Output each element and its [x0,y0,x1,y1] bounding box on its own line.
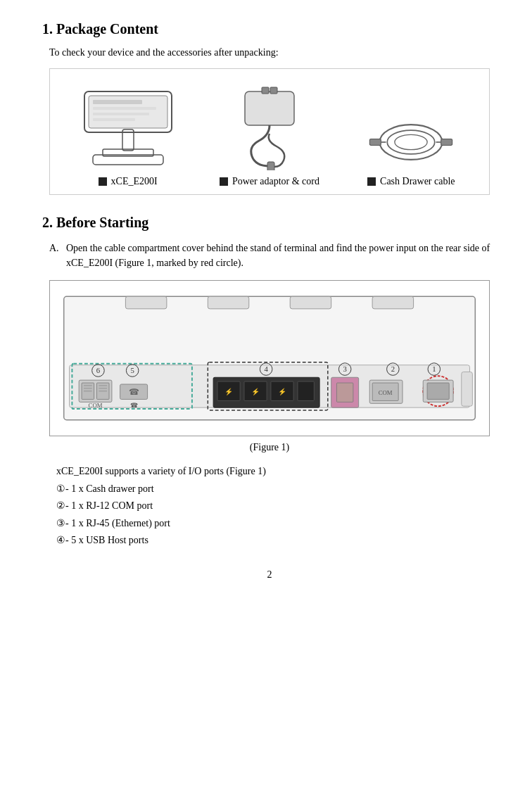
para-a: A. Open the cable compartment cover behi… [49,241,497,270]
svg-rect-10 [262,87,269,94]
svg-text:4: 4 [264,365,268,373]
figure-box: 6 5 4 3 2 1 [49,280,490,436]
svg-rect-24 [372,296,413,309]
cable-label: Cash Drawer cable [367,176,455,187]
svg-text:6: 6 [96,366,101,374]
cable-image [341,86,481,170]
section1-title: 1. Package Content [42,21,497,37]
package-item-terminal: xCE_E200I [58,86,198,187]
cable-bullet [367,177,376,186]
svg-rect-17 [441,139,452,146]
io-item-3: ③- 1 x RJ-45 (Ethernet) port [56,515,497,533]
io-item-4: ④- 5 x USB Host ports [56,532,497,550]
svg-rect-69 [462,372,473,406]
svg-rect-22 [208,296,248,309]
svg-rect-16 [370,139,381,146]
section2-title: 2. Before Starting [42,215,497,231]
svg-text:1: 1 [432,365,436,373]
package-item-cable: Cash Drawer cable [341,86,481,187]
svg-point-15 [395,134,427,149]
svg-text:⚡: ⚡ [251,387,260,396]
io-item-1: ①- 1 x Cash drawer port [56,481,497,498]
terminal-bullet [99,177,107,186]
io-title: xCE_E200I supports a variety of I/O port… [56,463,497,481]
svg-text:⚡: ⚡ [278,387,287,396]
section1-intro: To check your device and the accessories… [49,47,497,58]
power-bullet [220,177,228,186]
io-ports-list: xCE_E200I supports a variety of I/O port… [56,463,497,550]
svg-text:☎: ☎ [130,402,138,409]
page-number: 2 [42,569,497,581]
svg-rect-9 [245,91,294,125]
svg-rect-8 [93,118,135,121]
svg-text:☎: ☎ [129,388,139,397]
svg-rect-7 [93,113,149,115]
figure-caption: (Figure 1) [42,442,497,453]
svg-text:COM: COM [89,402,103,409]
package-item-power: Power adaptor & cord [199,86,339,187]
section-2: 2. Before Starting A. Open the cable com… [42,215,497,550]
svg-rect-21 [125,296,166,309]
power-image [199,86,339,170]
svg-rect-57 [298,381,314,400]
svg-rect-12 [267,162,274,170]
para-a-text: Open the cable compartment cover behind … [66,241,497,270]
svg-rect-23 [290,296,331,309]
svg-rect-62 [336,383,353,402]
svg-rect-68 [427,383,449,399]
svg-text:5: 5 [130,366,134,374]
svg-text:⚡: ⚡ [224,387,234,396]
io-item-2: ②- 1 x RJ-12 COM port [56,498,497,515]
svg-text:COM: COM [379,389,393,396]
terminal-label: xCE_E200I [99,176,158,187]
package-images-container: xCE_E200I [49,68,490,195]
svg-rect-6 [93,107,156,110]
para-a-label: A. [49,241,66,270]
svg-rect-11 [270,87,277,94]
svg-text:2: 2 [391,365,395,373]
svg-rect-5 [93,100,142,104]
svg-text:3: 3 [343,365,346,373]
power-label: Power adaptor & cord [220,176,319,187]
section-1: 1. Package Content To check your device … [42,21,497,195]
terminal-image [58,86,198,170]
